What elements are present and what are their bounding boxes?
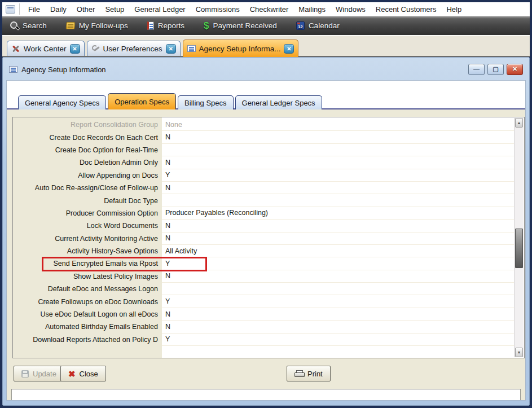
- menu-help[interactable]: Help: [441, 3, 467, 15]
- followups-icon: [65, 22, 75, 29]
- table-row[interactable]: Show Latest Policy Images N: [13, 270, 514, 283]
- toolbar-payment-received-button[interactable]: $ Payment Received: [204, 21, 277, 30]
- field-value[interactable]: N: [162, 270, 514, 283]
- menu-file[interactable]: File: [23, 3, 45, 15]
- field-label: Activity History-Save Options: [13, 247, 162, 255]
- menu-mailings[interactable]: Mailings: [293, 3, 331, 15]
- setup-tab-strip: General Agency Specs Operation Specs Bil…: [18, 93, 322, 109]
- table-row[interactable]: Auto Doc Re-assign/Close of Follow-up N: [13, 182, 514, 194]
- menu-bar: File Daily Other Setup General Ledger Co…: [2, 2, 530, 16]
- toolbar-calendar-button[interactable]: 12 Calendar: [296, 21, 340, 30]
- table-row[interactable]: Create Doc Option for Real-Time: [13, 144, 514, 156]
- field-value[interactable]: N: [162, 182, 514, 194]
- toolbar-reports-button[interactable]: Reports: [147, 21, 184, 30]
- toolbar-search-button[interactable]: Search: [10, 21, 47, 30]
- save-icon: [21, 370, 29, 378]
- tab-user-preferences[interactable]: User Preferences ✕: [87, 41, 181, 56]
- menu-daily[interactable]: Daily: [45, 3, 72, 15]
- scroll-down-icon[interactable]: ▼: [515, 348, 523, 357]
- field-value[interactable]: N: [162, 220, 514, 232]
- toolbar-calendar-label: Calendar: [309, 21, 340, 30]
- reports-icon: [147, 21, 154, 30]
- field-value[interactable]: [162, 194, 514, 207]
- window-titlebar[interactable]: Agency Setup Information — ▢ ✕: [6, 60, 526, 79]
- close-button-label: Close: [80, 370, 98, 378]
- close-icon[interactable]: ✕: [166, 44, 176, 54]
- field-value[interactable]: Y: [162, 257, 514, 270]
- table-row-send-encrypted-emails[interactable]: Send Encrypted Emails via Rpost Y: [13, 257, 514, 270]
- toolbar-followups-button[interactable]: My Follow-ups: [66, 21, 128, 30]
- menu-general-ledger[interactable]: General Ledger: [129, 3, 190, 15]
- table-row[interactable]: Producer Commission Option Producer Paya…: [13, 207, 514, 220]
- field-value[interactable]: All Activity: [162, 245, 514, 257]
- update-button-label: Update: [33, 370, 56, 378]
- table-row[interactable]: Create Followups on eDoc Downloads Y: [13, 295, 514, 308]
- wrench-icon: [91, 45, 100, 52]
- menu-setup[interactable]: Setup: [100, 3, 129, 15]
- settings-rows: Report Consolidation Group None Create D…: [13, 119, 514, 346]
- table-row[interactable]: Doc Deletion Admin Only N: [13, 156, 514, 169]
- window-body: General Agency Specs Operation Specs Bil…: [6, 80, 526, 401]
- table-row[interactable]: Use eDoc Default Logon on all eDocs N: [13, 308, 514, 321]
- search-icon: [10, 21, 19, 30]
- tab-operation-specs[interactable]: Operation Specs: [108, 93, 176, 109]
- table-row[interactable]: Default Doc Type: [13, 194, 514, 207]
- menu-recent-customers[interactable]: Recent Customers: [371, 3, 442, 15]
- field-value[interactable]: Y: [162, 295, 514, 308]
- maximize-icon[interactable]: ▢: [487, 64, 504, 75]
- field-value[interactable]: N: [162, 156, 514, 169]
- toolbar-reports-label: Reports: [158, 21, 184, 30]
- table-row[interactable]: Report Consolidation Group None: [13, 119, 514, 131]
- tab-user-preferences-label: User Preferences: [103, 45, 162, 53]
- field-value[interactable]: N: [162, 308, 514, 321]
- table-row[interactable]: Download Reports Attached on Policy D Y: [13, 334, 514, 346]
- status-input[interactable]: [11, 389, 521, 401]
- close-icon[interactable]: ✕: [284, 44, 294, 54]
- field-value[interactable]: N: [162, 321, 514, 333]
- field-value[interactable]: None: [162, 119, 514, 131]
- field-value[interactable]: [162, 283, 514, 295]
- update-button[interactable]: Update: [14, 366, 64, 381]
- table-row[interactable]: Lock Word Documents N: [13, 220, 514, 232]
- field-label: Send Encrypted Emails via Rpost: [13, 260, 162, 267]
- field-value[interactable]: Y: [162, 169, 514, 182]
- menu-commissions[interactable]: Commissions: [191, 3, 245, 15]
- agency-setup-window: Agency Setup Information — ▢ ✕ General A…: [2, 57, 530, 406]
- field-value[interactable]: N: [162, 232, 514, 245]
- window-icon: [9, 66, 17, 73]
- table-row[interactable]: Current Activity Monitoring Active N: [13, 232, 514, 245]
- tab-general-agency-specs[interactable]: General Agency Specs: [18, 95, 106, 109]
- field-label: Create Followups on eDoc Downloads: [13, 298, 162, 306]
- table-row[interactable]: Automated Birthday Emails Enabled N: [13, 321, 514, 333]
- tab-agency-setup[interactable]: Agency Setup Informa... ✕: [183, 40, 299, 57]
- menu-other[interactable]: Other: [72, 3, 100, 15]
- print-button[interactable]: Print: [287, 366, 331, 381]
- printer-icon: [294, 370, 304, 378]
- minimize-icon[interactable]: —: [468, 64, 485, 75]
- field-value[interactable]: N: [162, 131, 514, 143]
- tab-agency-setup-label: Agency Setup Informa...: [199, 45, 281, 53]
- window-controls: — ▢ ✕: [468, 64, 523, 75]
- close-button[interactable]: ✖ Close: [60, 366, 106, 381]
- field-value[interactable]: [162, 144, 514, 156]
- field-label: Automated Birthday Emails Enabled: [13, 323, 162, 331]
- tab-billing-specs[interactable]: Billing Specs: [178, 95, 233, 109]
- window-title: Agency Setup Information: [21, 65, 106, 74]
- tab-work-center[interactable]: Work Center ✕: [7, 41, 85, 56]
- table-row[interactable]: Activity History-Save Options All Activi…: [13, 245, 514, 257]
- table-row[interactable]: Allow Appending on Docs Y: [13, 169, 514, 182]
- scrollbar-thumb[interactable]: [515, 229, 523, 268]
- vertical-scrollbar[interactable]: ▲ ▼: [514, 118, 524, 357]
- field-value[interactable]: Producer Payables (Reconciling): [162, 207, 514, 220]
- table-row[interactable]: Default eDoc and Messages Logon: [13, 283, 514, 295]
- close-icon[interactable]: ✕: [70, 44, 80, 54]
- close-icon[interactable]: ✕: [507, 64, 523, 75]
- scroll-up-icon[interactable]: ▲: [515, 118, 523, 128]
- menu-windows[interactable]: Windows: [331, 3, 371, 15]
- table-row[interactable]: Create Doc Records On Each Cert N: [13, 131, 514, 143]
- application-icon[interactable]: [6, 5, 15, 14]
- menu-checkwriter[interactable]: Checkwriter: [245, 3, 294, 15]
- tab-general-ledger-specs[interactable]: General Ledger Specs: [235, 95, 322, 109]
- field-value[interactable]: Y: [162, 334, 514, 346]
- field-label: Producer Commission Option: [13, 209, 162, 217]
